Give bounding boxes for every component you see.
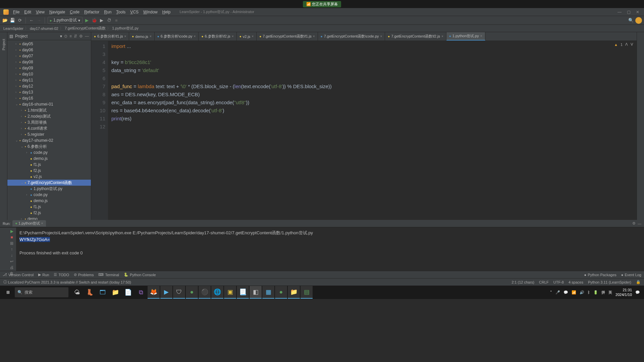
forward-icon[interactable]: → [36,17,42,23]
chevron-up-icon[interactable]: ᐱ [625,42,628,47]
close-icon[interactable]: ✕ [636,10,639,14]
project-tool-label[interactable]: Project [0,32,7,220]
target-icon[interactable]: ⊙ [64,34,67,39]
tree-item[interactable]: ●demo.js [7,198,91,204]
run-icon[interactable]: ▶ [84,17,90,23]
menu-view[interactable]: View [34,10,47,14]
breadcrumb-item[interactable]: LearnSpider [3,26,23,31]
tree-item[interactable]: ›▪day09 [7,65,91,71]
tree-item[interactable]: ›▪day12 [7,83,91,89]
project-tree[interactable]: ›▪day05›▪day06›▪day07›▪day08›▪day09›▪day… [7,40,91,220]
editor-tab[interactable]: ●demo.js× [129,32,154,41]
start-button[interactable]: ⊞ [1,286,15,299]
tool-event-log[interactable]: ● Event Log [621,273,641,277]
close-icon[interactable]: × [41,221,43,225]
gear-icon[interactable]: ⚙ [632,221,636,226]
status-item[interactable]: 4 spaces [569,280,583,284]
app-pycharm[interactable]: ◧ [250,286,262,299]
run-tab[interactable]: ● 1.python尝试 × [12,220,46,227]
close-icon[interactable]: × [194,35,196,38]
close-icon[interactable]: × [252,35,254,38]
tree-item[interactable]: ●1.python尝试.py [7,186,91,192]
breadcrumb-item[interactable]: 1.python尝试.py [112,26,139,31]
gear-icon[interactable]: ⚙ [79,34,83,39]
editor-tab[interactable]: ●7.getEncryptContent函数\f1.js× [257,32,318,41]
menu-refactor[interactable]: Refactor [82,10,102,14]
app-weather[interactable]: 🌤 [71,286,83,299]
editor-tab[interactable]: ●v2.js× [237,32,257,41]
debug-icon[interactable]: 🐞 [91,17,97,23]
editor-tab[interactable]: ●7.getEncryptContent函数\f2.js× [385,32,446,41]
app-green2[interactable]: ● [275,286,287,299]
tree-item[interactable]: ⌄▪day17-shumei-02 [7,137,91,143]
maximize-icon[interactable]: ▢ [627,10,631,14]
close-icon[interactable]: × [150,35,152,38]
tree-item[interactable]: ›▪4.confi请求 [7,125,91,131]
tree-item[interactable]: ●demo.js [7,156,91,162]
close-icon[interactable]: × [124,35,126,38]
tree-item[interactable]: ●f2.js [7,210,91,216]
app-meet[interactable]: ▦ [262,286,274,299]
up-icon[interactable]: ↑ [9,247,15,252]
search-box[interactable]: 🔍 搜索 [15,287,68,297]
tree-item[interactable]: ⌄▪day16-shumei-01 [7,101,91,107]
breadcrumb-item[interactable]: day17-shumei-02 [30,26,58,31]
close-icon[interactable]: × [232,35,234,38]
reload-icon[interactable]: ⟳ [17,17,23,23]
save-icon[interactable]: 💾 [9,17,15,23]
editor-tab[interactable]: ●6.参数分析\f2.js× [199,32,236,41]
tool-terminal[interactable]: ⌨ Terminal [98,273,119,277]
tool-problems[interactable]: ⊘ Problems [74,273,94,277]
ime-mode[interactable]: 英 [608,290,612,295]
app-notes[interactable]: 📄 [122,286,134,299]
status-item[interactable]: CRLF [539,280,549,284]
inspection-widget[interactable]: ▲1 ᐱ ᐯ [614,42,633,47]
app-firefox[interactable]: 🦊 [148,286,160,299]
app-terminal[interactable]: ▶ [160,286,172,299]
lock-icon[interactable]: 🔒 [636,280,641,284]
wrap-icon[interactable]: ↩ [9,259,15,264]
tree-item[interactable]: ›●code.py [7,192,91,198]
close-icon[interactable]: × [480,34,482,38]
tree-item[interactable]: ●f1.js [7,204,91,210]
menu-help[interactable]: Help [160,10,173,14]
tree-item[interactable]: ›●code.py [7,149,91,156]
app-vscode[interactable]: ⧉ [135,286,147,299]
rerun-icon[interactable]: ▶ [9,229,15,234]
code-editor[interactable]: 13456789101112 import ... key = b'9cc268… [91,41,637,220]
tray-bluetooth-icon[interactable]: ᛒ [588,290,590,294]
tree-item[interactable]: ›▪day07 [7,53,91,59]
tool-run[interactable]: ▶ Run [38,273,49,277]
status-item[interactable]: 2:1 (12 chars) [512,280,534,284]
tree-item[interactable]: ⌄▪6.参数分析 [7,143,91,149]
tree-item[interactable]: ›▪day08 [7,59,91,65]
layout-icon[interactable]: ⊞ [9,241,15,246]
avatar-icon[interactable] [635,17,642,24]
close-icon[interactable]: × [441,35,443,38]
open-icon[interactable]: 📂 [2,17,8,23]
tree-item[interactable]: ›▪day06 [7,47,91,53]
close-icon[interactable]: × [380,35,382,38]
menu-code[interactable]: Code [67,10,82,14]
minimize-icon[interactable]: — [618,10,622,14]
tree-item[interactable]: ›▪demo [7,216,91,220]
app-folder2[interactable]: 📁 [288,286,300,299]
run-config-selector[interactable]: ▸ 1.python尝试 ▾ [48,17,83,24]
chevron-down-icon[interactable]: ᐯ [631,42,633,47]
editor-tab[interactable]: ●1.python尝试.py× [446,32,485,41]
breadcrumb-item[interactable]: 7.getEncryptContent函数 [65,26,106,31]
tree-item[interactable]: ›▪day13 [7,89,91,95]
editor-tab[interactable]: ●6.参数分析\f1.js× [91,32,129,41]
stop-icon[interactable]: ■ [9,235,15,240]
tree-item[interactable]: ●v2.js [7,174,91,180]
tray-chevron-icon[interactable]: ˄ [550,290,552,295]
tree-item[interactable]: ›▪day11 [7,77,91,83]
expand-icon[interactable]: ≡ [69,34,72,39]
app-obs[interactable]: ⚫ [199,286,211,299]
tool-todo[interactable]: ☰ TODO [54,273,69,277]
clock[interactable]: 21:31 2024/1/10 [615,288,632,297]
app-sheet[interactable]: ▤ [301,286,313,299]
collapse-icon[interactable]: ⇵ [74,34,77,39]
tree-item[interactable]: ›▪3.局部替换 [7,119,91,125]
tray-chat-icon[interactable]: 💬 [564,290,568,295]
